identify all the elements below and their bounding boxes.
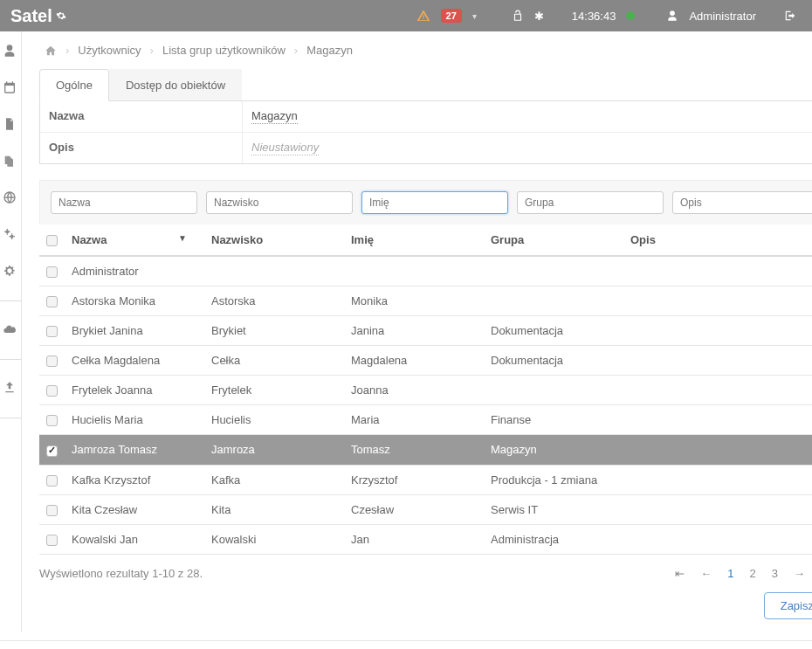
file-icon[interactable] [3,117,18,133]
svg-point-1 [5,230,9,233]
notification-badge[interactable]: 27 [441,9,462,23]
cell-imie: Magdalena [344,346,484,376]
user-name[interactable]: Administrator [689,10,756,23]
main-content: › Użytkownicy › Lista grup użytkowników … [22,31,812,632]
breadcrumb-current: Magazyn [306,44,353,57]
page-first-icon[interactable]: ⇤ [675,567,685,580]
snowflake-icon[interactable]: ✱ [534,10,544,23]
filter-nazwisko[interactable] [206,191,353,214]
cell-imie: Monika [344,287,484,316]
cell-imie: Tomasz [344,435,484,465]
table-row[interactable]: Astorska MonikaAstorskaMonika [39,287,812,316]
users-table: Nazwa▼ Nazwisko Imię Grupa Opis Administ… [39,224,812,555]
filter-nazwa[interactable] [51,191,197,214]
cell-nazwa: Kafka Krzysztof [65,465,204,494]
home-icon[interactable] [45,45,57,57]
user-icon[interactable] [3,44,18,59]
tab-general[interactable]: Ogólne [39,69,109,101]
row-checkbox[interactable] [46,445,58,457]
cell-nazwa: Frytelek Joanna [65,376,204,405]
table-row[interactable]: Kita CzesławKitaCzesławSerwis IT [39,494,812,524]
brand-logo: Satel [10,6,66,26]
table-row[interactable]: Kowalski JanKowalskiJanAdministracja [39,524,812,554]
save-button[interactable]: Zapisz [764,592,812,619]
cell-nazwa: Hucielis Maria [65,405,204,435]
prop-name-value[interactable]: Magazyn [251,109,298,124]
cell-imie: Jan [344,524,484,554]
cell-opis [623,494,812,524]
row-checkbox[interactable] [46,385,58,397]
unlock-icon[interactable] [512,10,524,22]
row-checkbox[interactable] [46,475,58,487]
files-icon[interactable] [3,154,18,169]
cell-grupa [484,376,623,405]
cell-opis [623,405,812,435]
page-3[interactable]: 3 [772,567,778,580]
sidebar-divider [0,300,21,301]
results-footer: Wyświetlono rezultaty 1-10 z 28. ⇤ ← 1 2… [39,567,812,580]
row-checkbox[interactable] [46,296,58,307]
col-nazwa[interactable]: Nazwa [72,233,107,246]
filter-grupa[interactable] [517,191,664,214]
cell-imie [344,256,484,287]
results-text: Wyświetlono rezultaty 1-10 z 28. [39,567,203,580]
cell-nazwa: Jamroza Tomasz [65,435,204,465]
calendar-icon[interactable] [3,80,18,96]
sidebar [0,31,22,632]
page-next-icon[interactable]: → [794,567,805,580]
cloud-icon[interactable] [3,322,18,338]
filter-opis[interactable] [672,191,812,214]
cell-grupa: Magazyn [484,435,623,465]
cell-nazwa: Kowalski Jan [65,524,204,554]
warning-icon[interactable] [416,9,430,23]
select-all-checkbox[interactable] [46,235,58,246]
upload-icon[interactable] [3,381,18,397]
cell-grupa: Finanse [484,405,623,435]
row-checkbox[interactable] [46,505,58,516]
prop-desc-value[interactable]: Nieustawiony [251,141,319,155]
table-row[interactable]: Jamroza TomaszJamrozaTomaszMagazyn [39,435,812,465]
row-checkbox[interactable] [46,326,58,337]
table-row[interactable]: Administrator [39,256,812,287]
table-row[interactable]: Cełka MagdalenaCełkaMagdalenaDokumentacj… [39,346,812,376]
col-grupa[interactable]: Grupa [484,224,623,256]
table-row[interactable]: Kafka KrzysztofKafkaKrzysztofProdukcja -… [39,465,812,494]
cell-grupa: Dokumentacja [484,316,623,346]
tabs: Ogólne Dostęp do obiektów [39,69,812,101]
cell-nazwisko: Astorska [204,287,344,316]
filter-row [39,180,812,224]
breadcrumb: › Użytkownicy › Lista grup użytkowników … [45,44,812,57]
row-checkbox[interactable] [46,356,58,367]
table-row[interactable]: Brykiet JaninaBrykietJaninaDokumentacja [39,316,812,346]
table-row[interactable]: Frytelek JoannaFrytelekJoanna [39,376,812,405]
cell-opis [623,316,812,346]
col-nazwisko[interactable]: Nazwisko [204,224,344,256]
breadcrumb-link[interactable]: Lista grup użytkowników [162,44,286,57]
cell-opis [623,346,812,376]
row-checkbox[interactable] [46,266,58,278]
cell-grupa: Produkcja - 1 zmiana [484,465,623,494]
cell-nazwisko: Kita [204,494,344,524]
sort-indicator-icon: ▼ [178,233,187,243]
cell-opis [623,376,812,405]
gears-icon[interactable] [3,227,18,243]
gear-icon[interactable] [3,264,18,280]
page-1[interactable]: 1 [727,567,733,580]
breadcrumb-link[interactable]: Użytkownicy [78,44,141,57]
cell-nazwa: Brykiet Janina [65,316,204,346]
caret-down-icon[interactable]: ▾ [472,11,477,21]
page-prev-icon[interactable]: ← [700,567,712,580]
row-checkbox[interactable] [46,415,58,426]
cell-opis [623,287,812,316]
col-imie[interactable]: Imię [344,224,484,256]
logout-icon[interactable] [784,10,796,22]
col-opis[interactable]: Opis [623,224,812,256]
cell-nazwisko: Brykiet [204,316,344,346]
cell-opis [623,465,812,494]
page-2[interactable]: 2 [750,567,756,580]
filter-imie[interactable] [361,191,508,214]
row-checkbox[interactable] [46,535,58,546]
globe-icon[interactable] [3,190,18,206]
table-row[interactable]: Hucielis MariaHucielisMariaFinanse [39,405,812,435]
tab-access[interactable]: Dostęp do obiektów [109,69,242,100]
